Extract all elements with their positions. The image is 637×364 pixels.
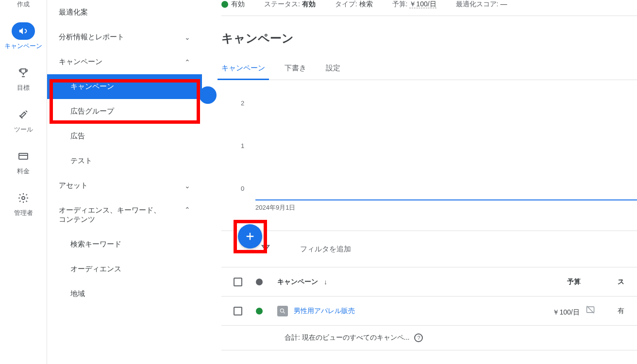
card-icon: [12, 148, 35, 165]
table-row: 男性用アパレル販売 ￥100/日 有: [221, 297, 637, 326]
budget-value: ￥100/日: [409, 0, 436, 8]
nav2-sub-label: 広告グループ: [70, 107, 114, 115]
summary-text: 合計: 現在のビューのすべてのキャンペ...: [285, 333, 409, 342]
nav2-audiences[interactable]: オーディエンス、キーワード、コンテンツ ⌃: [47, 198, 202, 232]
tab-campaigns[interactable]: キャンペーン: [221, 64, 265, 80]
rail-item-create[interactable]: 作成: [0, 0, 47, 9]
col-header-campaign[interactable]: キャンペーン ↓: [272, 278, 530, 286]
image-off-icon: [586, 305, 595, 314]
col-header-status[interactable]: ス: [618, 278, 637, 286]
chevron-down-icon: ⌄: [184, 33, 190, 41]
table-header-row: キャンペーン ↓ 予算 ス: [221, 267, 637, 297]
rail-label-tools: ツール: [14, 125, 33, 134]
nav2-sub-label: キャンペーン: [70, 82, 114, 90]
campaign-name-link[interactable]: 男性用アパレル販売: [294, 307, 355, 315]
nav2-label: アセット: [59, 181, 88, 190]
chart-ytick-1: 1: [241, 142, 244, 149]
left-rail: 作成 キャンペーン 目標 ツール 料金: [0, 0, 47, 364]
nav2-assets[interactable]: アセット ⌄: [47, 173, 202, 198]
row-checkbox[interactable]: [234, 307, 242, 315]
rail-label-goals: 目標: [17, 83, 30, 92]
chevron-down-icon: ⌄: [184, 182, 190, 190]
add-campaign-fab[interactable]: [238, 224, 262, 248]
rail-label-billing: 料金: [17, 167, 30, 176]
performance-chart: 2 1 0 2024年9月1日: [221, 99, 637, 206]
nav2-insights[interactable]: 分析情報とレポート ⌄: [47, 25, 202, 50]
row-status-icon[interactable]: [256, 308, 263, 314]
nav2-sub-label: 地域: [70, 289, 85, 298]
nav2-sub-audiences[interactable]: オーディエンス: [47, 257, 202, 281]
rail-item-billing[interactable]: 料金: [0, 148, 47, 176]
nav2-label: キャンペーン: [59, 57, 102, 66]
select-all-checkbox[interactable]: [234, 278, 242, 286]
sort-arrow-icon: ↓: [324, 278, 327, 286]
col-header-campaign-text: キャンペーン: [277, 278, 318, 286]
nav2-sub-label: 検索キーワード: [70, 240, 121, 248]
nav2-sub-campaigns[interactable]: キャンペーン: [47, 74, 202, 99]
rail-label-admin: 管理者: [14, 209, 33, 217]
rail-item-admin[interactable]: 管理者: [0, 189, 47, 217]
svg-point-2: [280, 309, 284, 312]
nav2-campaigns[interactable]: キャンペーン ⌃: [47, 50, 202, 74]
divider: [221, 16, 637, 16]
campaign-statusbar: 有効 ステータス: 有効 タイプ: 検索 予算: ￥100/日 最適化スコア: …: [221, 0, 637, 9]
nav2-optimize[interactable]: 最適化案: [47, 0, 202, 25]
campaigns-table: キャンペーン ↓ 予算 ス 男性用アパレル販売 ￥100/日: [221, 267, 637, 350]
status-enabled-text: 有効: [231, 0, 245, 8]
rail-item-campaigns[interactable]: キャンペーン: [0, 22, 47, 50]
type-label: タイプ:: [335, 0, 357, 8]
status-label: ステータス:: [264, 0, 300, 8]
score-label: 最適化スコア:: [456, 0, 499, 8]
table-summary-row: 合計: 現在のビューのすべてのキャンペ... ?: [221, 326, 637, 350]
expand-handle[interactable]: [199, 86, 217, 104]
tab-drafts[interactable]: 下書き: [285, 64, 306, 80]
filter-icon[interactable]: [260, 243, 271, 255]
chevron-up-icon: ⌃: [184, 206, 190, 214]
chart-ytick-2: 2: [241, 99, 244, 107]
trophy-icon: [12, 64, 35, 82]
status-type: タイプ: 検索: [335, 0, 373, 9]
chart-ytick-0: 0: [241, 185, 244, 192]
page-title: キャンペーン: [221, 31, 637, 46]
nav2-sub-label: テスト: [70, 156, 92, 165]
tab-settings[interactable]: 設定: [326, 64, 340, 80]
status-status: ステータス: 有効: [264, 0, 316, 9]
nav2-sub-adgroups[interactable]: 広告グループ: [47, 99, 202, 124]
nav2-sub-label: 広告: [70, 132, 85, 140]
gear-icon: [12, 189, 35, 207]
chart-line: [255, 199, 637, 200]
chart-xtick: 2024年9月1日: [255, 203, 295, 212]
nav2-label: オーディエンス、キーワード、コンテンツ: [59, 206, 166, 224]
filter-row: フィルタを追加: [221, 231, 637, 267]
nav2-sub-ads[interactable]: 広告: [47, 124, 202, 149]
tabs-bar: キャンペーン 下書き 設定: [221, 64, 637, 80]
score-value: —: [500, 0, 507, 8]
type-value: 検索: [359, 0, 373, 8]
row-budget[interactable]: ￥100/日: [530, 305, 618, 317]
nav2-label: 分析情報とレポート: [59, 33, 124, 42]
nav2-sub-keywords[interactable]: 検索キーワード: [47, 232, 202, 257]
status-header-icon[interactable]: [256, 279, 263, 285]
wrench-icon: [12, 106, 35, 123]
nav2-sub-label: オーディエンス: [70, 265, 121, 273]
search-type-icon: [277, 306, 288, 316]
help-icon[interactable]: ?: [414, 333, 423, 342]
col-header-budget[interactable]: 予算: [530, 278, 618, 286]
megaphone-icon: [12, 22, 35, 40]
rail-label-create: 作成: [17, 0, 30, 9]
rail-item-goals[interactable]: 目標: [0, 64, 47, 92]
filter-add[interactable]: フィルタを追加: [300, 245, 351, 254]
svg-rect-0: [19, 153, 28, 159]
svg-point-1: [22, 197, 25, 199]
green-dot-icon: [221, 1, 228, 8]
status-enabled: 有効: [221, 0, 245, 9]
rail-item-tools[interactable]: ツール: [0, 106, 47, 134]
row-status-col: 有: [618, 307, 637, 315]
row-budget-value: ￥100/日: [553, 308, 579, 316]
nav2-label: 最適化案: [59, 8, 88, 17]
nav2-sub-tests[interactable]: テスト: [47, 149, 202, 173]
rail-label-campaigns: キャンペーン: [4, 42, 42, 50]
status-budget[interactable]: 予算: ￥100/日: [392, 0, 436, 9]
main-content: 有効 ステータス: 有効 タイプ: 検索 予算: ￥100/日 最適化スコア: …: [202, 0, 637, 364]
nav2-sub-locations[interactable]: 地域: [47, 281, 202, 306]
